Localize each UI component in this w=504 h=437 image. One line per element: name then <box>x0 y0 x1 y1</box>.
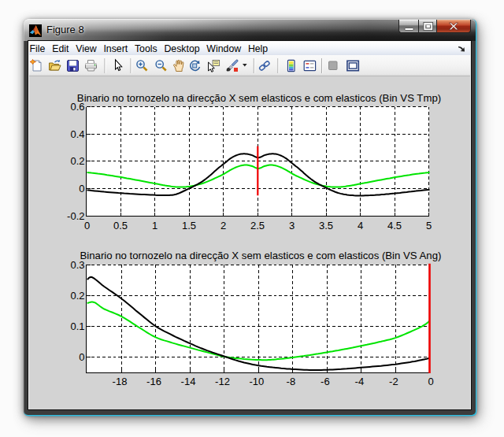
svg-text:-10: -10 <box>250 376 265 387</box>
svg-text:Binario no tornozelo na direcç: Binario no tornozelo na direcção X sem e… <box>80 250 442 261</box>
svg-text:3.5: 3.5 <box>319 220 333 231</box>
svg-text:4: 4 <box>358 220 363 231</box>
svg-text:0: 0 <box>79 183 84 194</box>
svg-text:-16: -16 <box>146 376 161 387</box>
svg-text:0.1: 0.1 <box>70 320 84 332</box>
svg-text:0.3: 0.3 <box>70 259 84 271</box>
svg-text:0.2: 0.2 <box>70 155 84 167</box>
svg-text:0.5: 0.5 <box>113 220 128 231</box>
svg-text:-14: -14 <box>181 376 196 387</box>
svg-text:-0.2: -0.2 <box>67 210 84 222</box>
svg-text:-18: -18 <box>113 376 128 387</box>
svg-text:0.2: 0.2 <box>70 290 84 302</box>
svg-text:0.6: 0.6 <box>70 101 84 113</box>
svg-text:-2: -2 <box>389 376 398 387</box>
svg-text:1.5: 1.5 <box>182 220 196 231</box>
svg-text:1: 1 <box>152 220 158 231</box>
svg-text:-4: -4 <box>355 376 365 387</box>
svg-text:3: 3 <box>289 220 295 231</box>
svg-text:-6: -6 <box>321 376 330 387</box>
svg-text:2.5: 2.5 <box>250 220 265 231</box>
svg-text:-8: -8 <box>287 376 296 387</box>
svg-text:4.5: 4.5 <box>387 220 402 231</box>
svg-text:0.4: 0.4 <box>70 128 84 140</box>
svg-text:2: 2 <box>220 220 226 231</box>
svg-text:0: 0 <box>84 220 90 231</box>
svg-text:0: 0 <box>428 376 433 387</box>
svg-text:5: 5 <box>426 220 432 231</box>
svg-text:Binario no tornozelo na direcç: Binario no tornozelo na direcção X sem e… <box>77 92 441 104</box>
svg-text:-12: -12 <box>215 376 230 387</box>
svg-text:0: 0 <box>79 351 84 363</box>
